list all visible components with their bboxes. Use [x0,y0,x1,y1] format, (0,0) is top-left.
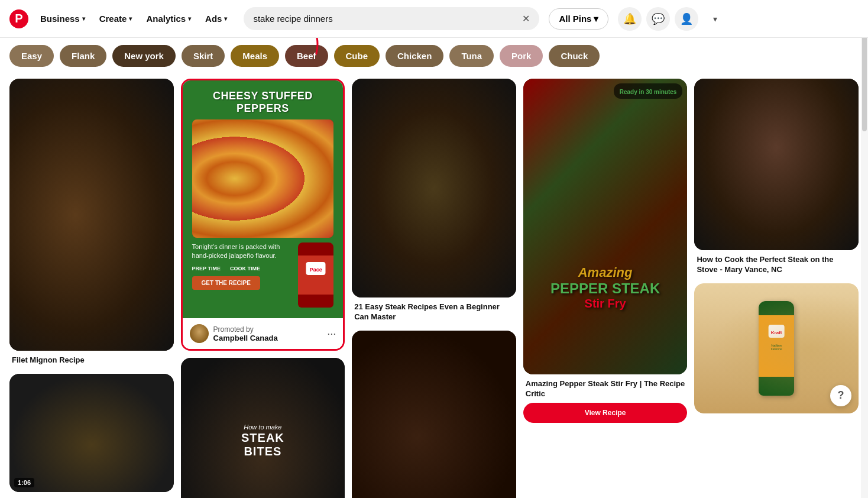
brand-name: Pace [310,267,322,273]
main-content: Filet Mignon Recipe 1:06 CHEESY STUFFED … [0,74,868,498]
search-bar: ✕ [244,7,539,30]
pin-easy-steak[interactable]: 21 Easy Steak Recipes Even a Beginner Ca… [352,79,516,324]
messages-button[interactable]: 💬 [646,7,670,31]
prep-time-label: PREP TIME [192,266,221,271]
pin-cheesy-peppers-promoted[interactable]: CHEESY STUFFED PEPPERS Tonight's dinner … [181,79,345,351]
pin-pepper-steak[interactable]: Amazing PEPPER STEAK Stir Fry Ready in 3… [523,79,688,423]
pin-filet-mignon[interactable]: Filet Mignon Recipe [9,79,174,367]
chevron-down-icon: ▾ [224,15,227,22]
promoted-avatar [190,324,209,343]
promoted-card-title: CHEESY STUFFED PEPPERS [192,90,334,115]
filter-chip-tuna[interactable]: Tuna [449,45,494,67]
search-clear-icon[interactable]: ✕ [522,13,530,24]
promoted-info: Promoted by Campbell Canada [213,325,323,342]
get-recipe-button[interactable]: GET THE RECIPE [192,276,260,290]
pin-steak-bites[interactable]: How to make STEAK BITES [181,358,345,498]
pin-title-pepper-steak: Amazing Pepper Steak Stir Fry | The Reci… [523,374,688,400]
pin-perfect-steak[interactable]: How to Cook the Perfect Steak on the Sto… [694,79,859,276]
promoted-footer: Promoted by Campbell Canada ··· [183,318,344,349]
nav-ads[interactable]: Ads ▾ [198,9,234,28]
chevron-down-icon: ▾ [129,15,132,22]
main-nav: Business ▾ Create ▾ Analytics ▾ Ads ▾ [33,9,234,28]
filter-chip-newyork[interactable]: New york [112,45,176,67]
pin-title: Filet Mignon Recipe [9,351,174,367]
chevron-down-icon: ▾ [82,15,85,22]
promoted-brand-name: Campbell Canada [213,334,323,342]
chevron-down-icon: ▾ [188,15,191,22]
notifications-button[interactable]: 🔔 [618,7,642,31]
chevron-down-icon: ▾ [594,14,598,24]
filter-chip-meals[interactable]: Meals [231,45,279,67]
pin-title-easy-steak: 21 Easy Steak Recipes Even a Beginner Ca… [352,297,516,324]
nav-analytics[interactable]: Analytics ▾ [139,9,198,28]
expand-icon[interactable]: ▾ [703,7,727,31]
pinterest-logo[interactable]: P [9,9,28,28]
pins-grid: Filet Mignon Recipe 1:06 CHEESY STUFFED … [9,79,859,498]
promoted-subtitle: Tonight's dinner is packed with hand-pic… [192,242,294,261]
filter-chip-cube[interactable]: Cube [334,45,380,67]
pin-title-perfect-steak: How to Cook the Perfect Steak on the Sto… [694,250,859,276]
header-icons: 🔔 💬 👤 ▾ [618,7,727,31]
filter-chip-skirt[interactable]: Skirt [182,45,225,67]
filter-chip-beef[interactable]: Beef [285,45,328,67]
question-mark-button[interactable]: ? [830,385,851,406]
nav-business[interactable]: Business ▾ [33,9,92,28]
arrow-annotation [287,38,334,57]
filter-chip-pork[interactable]: Pork [500,45,543,67]
all-pins-dropdown[interactable]: All Pins ▾ [549,8,608,30]
promoted-by-label: Promoted by [213,325,323,334]
filter-chip-chicken[interactable]: Chicken [386,45,443,67]
cook-time-label: COOK TIME [230,266,260,271]
more-options-button[interactable]: ··· [327,328,336,340]
pin-steak-pan[interactable] [352,331,516,498]
filter-bar: Easy Flank New york Skirt Meals Beef Cub… [0,38,868,74]
filter-chip-chuck[interactable]: Chuck [549,45,600,67]
pin-kraft-dressing[interactable]: Kraft Italian Italienne ? [694,283,859,413]
nav-create[interactable]: Create ▾ [92,9,140,28]
search-input[interactable] [253,14,517,24]
pepper-steak-cta[interactable]: View Recipe [523,403,688,423]
scrollbar[interactable] [861,0,868,498]
filter-chip-easy[interactable]: Easy [9,45,54,67]
user-account-button[interactable]: 👤 [675,7,698,31]
header: P Business ▾ Create ▾ Analytics ▾ Ads ▾ … [0,0,868,38]
pin-video-steak[interactable]: 1:06 [9,374,174,492]
filter-chip-flank[interactable]: Flank [60,45,106,67]
